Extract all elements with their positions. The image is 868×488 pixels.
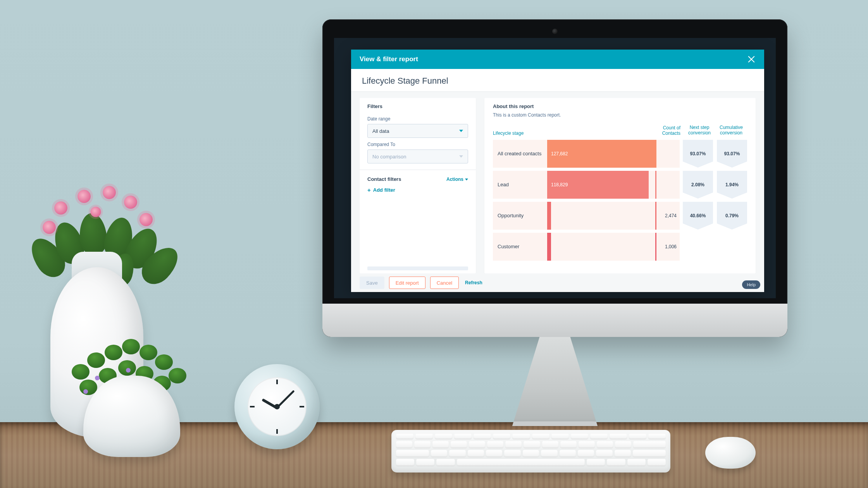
funnel-count	[656, 140, 680, 168]
modal-footer: Save Edit report Cancel Refresh	[351, 273, 764, 292]
compared-to-value: No comparison	[372, 154, 406, 160]
next-conversion: 2.08%	[683, 171, 713, 199]
funnel-count: 127,682	[547, 140, 656, 168]
cumulative-conversion: 93.07%	[717, 140, 747, 168]
page-title: Lifecycle Stage Funnel	[351, 69, 764, 92]
plus-icon: +	[367, 187, 371, 193]
contact-filters-title: Contact filters	[367, 176, 401, 182]
filters-panel: Filters Date range All data Compared To …	[360, 98, 476, 273]
actions-dropdown[interactable]: Actions	[446, 177, 468, 182]
monitor: View & filter report Lifecycle Stage Fun…	[322, 19, 787, 337]
edit-report-button[interactable]: Edit report	[389, 277, 425, 289]
add-filter-button[interactable]: + Add filter	[367, 187, 468, 193]
short-vase	[56, 318, 196, 457]
report-panel: About this report This is a custom Conta…	[484, 98, 756, 273]
scene: View & filter report Lifecycle Stage Fun…	[0, 0, 868, 488]
date-range-label: Date range	[367, 116, 468, 122]
funnel-row: All created contacts127,68293.07%93.07%	[493, 140, 747, 168]
mouse	[705, 437, 756, 469]
date-range-select[interactable]: All data	[367, 124, 468, 138]
compared-to-select[interactable]: No comparison	[367, 149, 468, 163]
funnel-bar	[547, 202, 656, 230]
camera-icon	[552, 29, 558, 34]
help-button[interactable]: Help	[742, 280, 760, 289]
cumulative-conversion: 0.79%	[717, 202, 747, 230]
funnel-stage-label: Customer	[493, 233, 547, 261]
funnel-header: Lifecycle stage Count of Contacts Next s…	[493, 125, 747, 136]
close-icon[interactable]	[747, 55, 756, 64]
cancel-button[interactable]: Cancel	[430, 277, 459, 289]
keyboard	[391, 430, 670, 473]
funnel-stage-label: Lead	[493, 171, 547, 199]
col-cum: Cumulative conversion	[715, 125, 747, 136]
funnel-row: Opportunity2,47440.66%0.79%	[493, 202, 747, 230]
chevron-down-icon	[459, 155, 463, 158]
save-button: Save	[360, 277, 384, 289]
funnel-chart: All created contacts127,68293.07%93.07%L…	[493, 140, 747, 261]
chevron-down-icon	[459, 130, 463, 132]
col-stage: Lifecycle stage	[493, 131, 547, 136]
col-count: Count of Contacts	[660, 125, 684, 136]
col-next: Next step conversion	[684, 125, 715, 136]
funnel-stage-label: Opportunity	[493, 202, 547, 230]
funnel-count: 2,474	[656, 202, 680, 230]
next-conversion: 93.07%	[683, 140, 713, 168]
desk-clock	[234, 364, 320, 449]
funnel-bar: 118,829	[547, 171, 656, 199]
next-conversion: 40.66%	[683, 202, 713, 230]
modal-header-title: View & filter report	[360, 55, 418, 63]
funnel-bar	[547, 233, 656, 261]
panel-scrollbar[interactable]	[367, 266, 468, 270]
refresh-link[interactable]: Refresh	[465, 280, 482, 285]
modal-header: View & filter report	[351, 50, 764, 69]
funnel-count: 118,829	[547, 171, 649, 199]
about-description: This is a custom Contacts report.	[493, 112, 747, 118]
about-title: About this report	[493, 103, 747, 109]
filters-title: Filters	[367, 103, 468, 109]
report-modal: View & filter report Lifecycle Stage Fun…	[351, 50, 764, 292]
funnel-bar: 127,682	[547, 140, 656, 168]
compared-to-label: Compared To	[367, 142, 468, 147]
screen: View & filter report Lifecycle Stage Fun…	[334, 38, 776, 298]
date-range-value: All data	[372, 128, 389, 134]
divider	[360, 170, 476, 170]
funnel-stage-label: All created contacts	[493, 140, 547, 168]
funnel-row: Lead118,8292.08%1.94%	[493, 171, 747, 199]
funnel-count	[656, 171, 680, 199]
cumulative-conversion: 1.94%	[717, 171, 747, 199]
chevron-down-icon	[465, 179, 468, 180]
funnel-row: Customer1,006	[493, 233, 747, 261]
funnel-count: 1,006	[656, 233, 680, 261]
